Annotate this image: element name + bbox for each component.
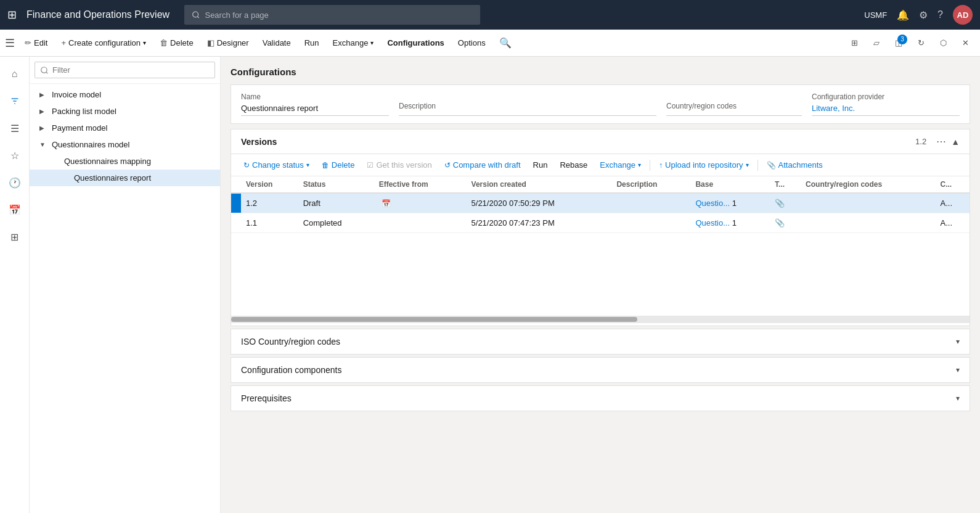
versions-exchange-button[interactable]: Exchange ▾ [595, 158, 646, 172]
compare-with-draft-button[interactable]: ↺ Compare with draft [439, 158, 526, 172]
versions-delete-button[interactable]: 🗑 Delete [317, 158, 360, 172]
th-base[interactable]: Base [690, 176, 770, 193]
edit-button[interactable]: ✏ Edit [18, 35, 54, 51]
th-status[interactable]: Status [298, 176, 374, 193]
star-icon[interactable]: ☆ [2, 143, 27, 168]
tree-item-questionnaires-report[interactable]: Questionnaires report [30, 170, 220, 186]
components-section-header[interactable]: Configuration components ▾ [231, 358, 970, 382]
configurations-button[interactable]: Configurations [381, 35, 450, 51]
search-action-icon[interactable]: 🔍 [493, 33, 518, 52]
hamburger-icon[interactable]: ☰ [5, 36, 15, 50]
iso-section: ISO Country/region codes ▾ [231, 329, 970, 355]
iso-section-header[interactable]: ISO Country/region codes ▾ [231, 329, 970, 354]
validate-button[interactable]: Validate [256, 35, 297, 51]
horizontal-scrollbar[interactable] [231, 316, 970, 323]
th-t[interactable]: T... [770, 176, 801, 193]
search-bar[interactable] [184, 5, 480, 25]
pin-icon-btn[interactable]: ⊞ [844, 33, 864, 53]
table-row[interactable]: 1.2 Draft 📅 5/21/2020 07:50:29 PM [231, 193, 970, 213]
tree-item-payment-model[interactable]: ▶ Payment model [30, 120, 220, 136]
tree-item-invoice-model[interactable]: ▶ Invoice model [30, 86, 220, 103]
th-version[interactable]: Version [241, 176, 298, 193]
cell-version-created: 5/21/2020 07:50:29 PM [467, 193, 612, 213]
options-button[interactable]: Options [452, 35, 492, 51]
cell-country [801, 193, 935, 213]
cell-base: Questio... 1 [690, 213, 770, 233]
search-input[interactable] [205, 10, 473, 20]
delete-button[interactable]: 🗑 Delete [153, 35, 200, 51]
clock-icon[interactable]: 🕐 [2, 170, 27, 195]
grid-menu-icon[interactable]: ⊞ [7, 8, 17, 22]
chevron-down-icon-exchange: ▾ [370, 39, 374, 46]
description-field: Description [399, 102, 656, 116]
upload-into-repo-button[interactable]: ↑ Upload into repository ▾ [654, 158, 753, 172]
create-config-button[interactable]: + Create configuration ▾ [55, 35, 152, 51]
top-bar: ⊞ Finance and Operations Preview USMF 🔔 … [0, 0, 980, 30]
cell-version: 1.1 [241, 213, 298, 233]
versions-toolbar: ↻ Change status ▾ 🗑 Delete ☑ Get this ve… [231, 154, 970, 176]
user-label: USMF [864, 10, 887, 20]
cell-version: 1.2 [241, 193, 298, 213]
tree-item-packing-list-model[interactable]: ▶ Packing list model [30, 103, 220, 120]
th-description[interactable]: Description [611, 176, 690, 193]
chevron-down-icon-exchange2: ▾ [638, 162, 641, 168]
versions-table-container: Version Status Effective from Version cr… [231, 176, 970, 233]
paperclip-cell-icon2: 📎 [775, 218, 785, 228]
tree-item-questionnaires-mapping[interactable]: Questionnaires mapping [30, 153, 220, 170]
list-icon[interactable]: ☰ [2, 116, 27, 141]
upload-icon: ↑ [659, 161, 663, 170]
refresh-icon-btn[interactable]: ↻ [911, 33, 931, 53]
cell-version-created: 5/21/2020 07:47:23 PM [467, 213, 612, 233]
notification-icon[interactable]: 🔔 [897, 9, 909, 21]
collapse-icon[interactable]: ▲ [951, 137, 960, 147]
badge-btn[interactable]: 3 ◫ [889, 33, 909, 53]
versions-run-button[interactable]: Run [528, 158, 553, 172]
versions-table: Version Status Effective from Version cr… [231, 176, 970, 233]
expand-icon: ▶ [39, 125, 49, 131]
avatar[interactable]: AD [953, 5, 973, 25]
components-section: Configuration components ▾ [231, 357, 970, 383]
sidebar-icons: ⌂ ☰ ☆ 🕐 📅 ⊞ [0, 57, 30, 513]
calendar-cell-icon[interactable]: 📅 [382, 199, 391, 208]
row-indicator-empty [231, 213, 241, 233]
open-in-new-btn[interactable]: ⬡ [933, 33, 953, 53]
th-country[interactable]: Country/region codes [801, 176, 935, 193]
ellipsis-icon[interactable]: ⋯ [936, 136, 946, 147]
cell-c: A... [936, 193, 970, 213]
calendar-icon[interactable]: 📅 [2, 197, 27, 222]
attachments-button[interactable]: 📎 Attachments [762, 158, 828, 172]
cell-t: 📎 [770, 193, 801, 213]
get-this-version-button[interactable]: ☑ Get this version [362, 158, 436, 172]
rebase-button[interactable]: Rebase [555, 158, 592, 172]
close-btn[interactable]: ✕ [955, 33, 975, 53]
layout-icon-btn[interactable]: ▱ [867, 33, 886, 53]
th-effective-from[interactable]: Effective from [374, 176, 467, 193]
help-icon[interactable]: ? [937, 9, 943, 20]
home-icon[interactable]: ⌂ [2, 62, 27, 86]
tree-item-questionnaires-model[interactable]: ▼ Questionnaires model [30, 136, 220, 153]
table-row[interactable]: 1.1 Completed 5/21/2020 07:47:23 PM Ques… [231, 213, 970, 233]
exchange-button[interactable]: Exchange ▾ [327, 35, 380, 51]
filter-icon-sidebar[interactable] [2, 89, 27, 113]
cell-description [611, 213, 690, 233]
prerequisites-chevron-down-icon: ▾ [956, 394, 960, 403]
app-title: Finance and Operations Preview [27, 9, 169, 20]
config-header: Name Questionnaires report Description C… [231, 84, 970, 124]
cell-status: Draft [298, 193, 374, 213]
prerequisites-section-header[interactable]: Prerequisites ▾ [231, 386, 970, 411]
filter-input[interactable] [35, 62, 215, 78]
check-icon: ☑ [367, 161, 374, 170]
scrollbar-thumb[interactable] [231, 317, 637, 322]
settings-icon[interactable]: ⚙ [919, 9, 928, 21]
cell-effective-from [374, 213, 467, 233]
top-bar-right: USMF 🔔 ⚙ ? AD [864, 5, 973, 25]
th-indicator [231, 176, 241, 193]
designer-button[interactable]: ◧ Designer [201, 35, 255, 51]
th-c[interactable]: C... [936, 176, 970, 193]
versions-section-header[interactable]: Versions 1.2 ⋯ ▲ [231, 129, 970, 154]
th-version-created[interactable]: Version created [467, 176, 612, 193]
grid-icon[interactable]: ⊞ [2, 224, 27, 249]
tree-filter-area [30, 57, 220, 84]
run-button[interactable]: Run [298, 35, 325, 51]
change-status-button[interactable]: ↻ Change status ▾ [239, 158, 314, 172]
